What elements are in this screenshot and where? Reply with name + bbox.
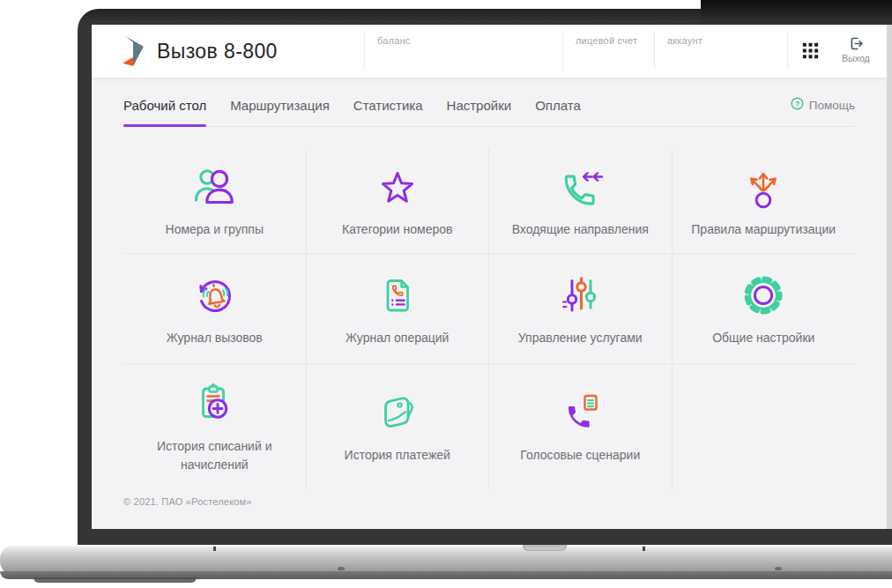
tile-payments-history[interactable]: История платежей bbox=[307, 364, 490, 488]
tile-general-settings[interactable]: Общие настройки bbox=[673, 254, 856, 364]
clipboard-plus-icon bbox=[190, 379, 239, 428]
tab-routing[interactable]: Маршрутизация bbox=[230, 98, 330, 126]
tile-label: Категории номеров bbox=[342, 220, 453, 239]
help-link[interactable]: ? Помощь bbox=[791, 97, 855, 113]
laptop-base-dot bbox=[338, 567, 345, 570]
tab-desktop[interactable]: Рабочий стол bbox=[123, 98, 206, 126]
laptop-lid-edge bbox=[701, 0, 892, 25]
tab-payment[interactable]: Оплата bbox=[535, 98, 581, 126]
header-divider bbox=[562, 32, 563, 70]
logout-label: Выход bbox=[842, 53, 869, 63]
tile-label: Входящие направления bbox=[512, 220, 649, 239]
tile-call-journal[interactable]: Журнал вызовов bbox=[123, 254, 307, 364]
apps-grid-button[interactable] bbox=[802, 42, 819, 59]
page: Вызов 8-800 баланслицевой счетаккаунт bbox=[0, 0, 892, 588]
copyright: © 2021. ПАО «Ростелеком» bbox=[123, 496, 855, 507]
header-divider bbox=[654, 32, 655, 70]
screen-right-edge bbox=[887, 25, 892, 529]
gear-icon bbox=[739, 271, 788, 320]
tile-label: История платежей bbox=[345, 446, 450, 465]
laptop-base-dot bbox=[775, 567, 782, 570]
tile-charges-history[interactable]: История списаний и начислений bbox=[123, 364, 307, 488]
laptop-foot bbox=[33, 577, 197, 583]
voice-scenario-icon bbox=[555, 388, 605, 437]
account-field-account: аккаунт bbox=[667, 35, 702, 46]
tile-incoming-directions[interactable]: Входящие направления bbox=[489, 148, 673, 254]
incoming-call-icon bbox=[555, 162, 605, 212]
help-icon: ? bbox=[791, 97, 804, 113]
routing-rules-icon bbox=[739, 162, 788, 212]
tile-routing-rules[interactable]: Правила маршрутизации bbox=[673, 148, 856, 254]
call-journal-icon bbox=[190, 271, 239, 320]
laptop-latch-notch bbox=[523, 545, 567, 551]
logout-button[interactable]: Выход bbox=[836, 35, 875, 63]
header-divider bbox=[364, 32, 365, 70]
account-field-balance: баланс bbox=[377, 35, 410, 46]
tile-numbers-groups[interactable]: Номера и группы bbox=[123, 148, 307, 254]
tile-label: Правила маршрутизации bbox=[691, 220, 836, 239]
header-divider bbox=[787, 32, 788, 70]
dashboard-grid: Номера и группы Категории номеров Входящ… bbox=[123, 148, 855, 488]
account-field-label: аккаунт bbox=[667, 35, 702, 46]
account-field-label: лицевой счет bbox=[576, 35, 637, 46]
tile-number-categories[interactable]: Категории номеров bbox=[307, 148, 490, 254]
account-field-label: баланс bbox=[377, 35, 410, 46]
apps-grid-icon bbox=[802, 42, 819, 59]
tile-voice-scenarios[interactable]: Голосовые сценарии bbox=[489, 364, 673, 488]
tab-statistics[interactable]: Статистика bbox=[353, 98, 423, 126]
users-icon bbox=[190, 162, 239, 212]
tile-label: История списаний и начислений bbox=[138, 437, 292, 474]
tile-label: Общие настройки bbox=[712, 329, 814, 347]
laptop-hinge-mark bbox=[643, 547, 645, 551]
laptop-hinge-mark bbox=[213, 547, 216, 551]
tile-label: Журнал операций bbox=[346, 329, 449, 347]
star-icon bbox=[373, 162, 422, 212]
operations-journal-icon bbox=[373, 271, 422, 320]
tab-settings[interactable]: Настройки bbox=[447, 98, 512, 126]
app-logo-icon bbox=[122, 35, 145, 67]
tile-operations-journal[interactable]: Журнал операций bbox=[307, 254, 490, 364]
app-title: Вызов 8-800 bbox=[157, 40, 278, 63]
laptop-screen: Вызов 8-800 баланслицевой счетаккаунт bbox=[92, 25, 887, 529]
service-sliders-icon bbox=[555, 271, 605, 320]
app-header: Вызов 8-800 баланслицевой счетаккаунт bbox=[92, 25, 887, 78]
account-field-personal-account: лицевой счет bbox=[576, 35, 637, 46]
main-nav: Рабочий столМаршрутизацияСтатистикаНастр… bbox=[123, 78, 855, 127]
tile-label: Управление услугами bbox=[518, 329, 643, 347]
wallet-icon bbox=[373, 388, 422, 437]
tile-label: Номера и группы bbox=[166, 220, 264, 239]
tile-label: Голосовые сценарии bbox=[520, 446, 640, 465]
svg-text:?: ? bbox=[795, 100, 799, 108]
tile-label: Журнал вызовов bbox=[167, 329, 263, 347]
tile-service-management[interactable]: Управление услугами bbox=[489, 254, 673, 364]
logout-icon bbox=[836, 35, 875, 52]
help-label: Помощь bbox=[809, 99, 855, 112]
empty-grid-cell bbox=[673, 364, 856, 488]
